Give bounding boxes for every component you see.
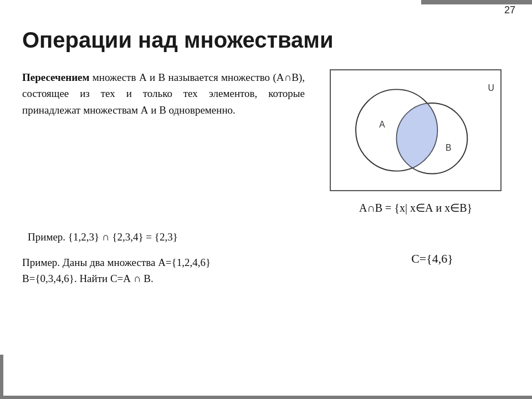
- a-label: A: [379, 120, 385, 129]
- page-title: Операции над множествами: [22, 28, 510, 53]
- examples-left: Пример. {1,2,3} ∩ {2,3,4} = {2,3} Пример…: [22, 231, 349, 287]
- example2-text: Пример. Даны два множества А={1,2,4,6} В…: [22, 254, 349, 287]
- b-label: B: [446, 143, 451, 152]
- bottom-accent-bar: [0, 396, 532, 399]
- example1-text: Пример. {1,2,3} ∩ {2,3,4} = {2,3}: [22, 231, 349, 243]
- venn-diagram-container: U A B: [330, 69, 502, 191]
- example2-line2: В={0,3,4,6}. Найти С=А ∩ В.: [22, 270, 349, 287]
- left-column: Пересечением множеств А и В называется м…: [22, 69, 305, 214]
- definition-bold: Пересечением: [22, 71, 90, 83]
- examples-right: С={4,6}: [355, 231, 510, 287]
- example2-line1: Пример. Даны два множества А={1,2,4,6}: [22, 254, 349, 270]
- venn-diagram-svg: U A B: [331, 70, 500, 190]
- left-accent-bar: [0, 355, 3, 399]
- definition-text: Пересечением множеств А и В называется м…: [22, 69, 305, 118]
- page-number: 27: [504, 4, 515, 16]
- formula-text: А∩В = {х| х∈А и х∈В}: [359, 202, 472, 214]
- right-column: U A B А∩В = {х| х∈А и х∈В}: [321, 69, 510, 214]
- page: 27 Операции над множествами Пересечением…: [0, 0, 532, 399]
- formula-block: А∩В = {х| х∈А и х∈В}: [321, 201, 510, 214]
- top-accent-bar: [421, 0, 532, 4]
- u-label: U: [488, 83, 494, 93]
- main-content: Пересечением множеств А и В называется м…: [22, 69, 510, 214]
- result-text: С={4,6}: [411, 252, 453, 266]
- examples-section: Пример. {1,2,3} ∩ {2,3,4} = {2,3} Пример…: [22, 231, 510, 287]
